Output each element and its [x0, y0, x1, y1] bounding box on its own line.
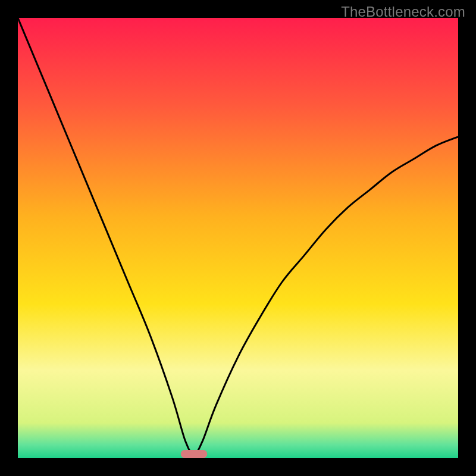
watermark-text: TheBottleneck.com	[341, 4, 465, 20]
chart-frame: TheBottleneck.com	[0, 0, 476, 476]
plot-background	[18, 18, 458, 458]
chart-svg	[0, 0, 476, 476]
minimum-marker	[181, 450, 207, 458]
